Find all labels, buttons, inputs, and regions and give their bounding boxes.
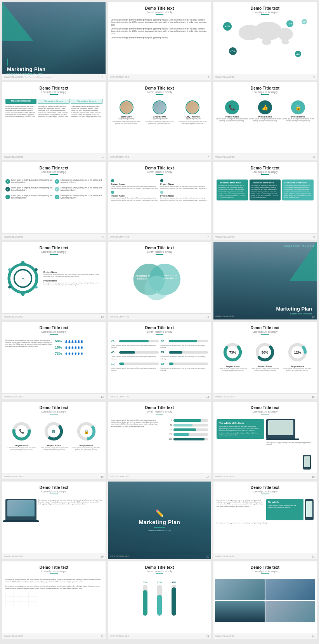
slide-8[interactable]: Demo Title text Lorem Ipsum is simply Pr… — [108, 162, 211, 240]
title-underline — [261, 494, 269, 494]
thermo-2: 67% — [157, 581, 162, 616]
team-icons-row: 📞 Project Name Lorem ipsum is simply dum… — [213, 98, 317, 123]
slide-2[interactable]: Demo Title text Lorem Ipsum is simply Lo… — [108, 2, 211, 80]
slide-num: 17 — [206, 475, 209, 478]
title-underline — [50, 174, 58, 175]
slide-23[interactable]: Demo Title text Lorem Ipsum is simply 83… — [108, 561, 211, 639]
slide-1[interactable]: Marketing Plan PowerPoint Template WWW.S… — [2, 2, 106, 80]
tab-3[interactable]: The subtitle of the block — [71, 99, 102, 104]
list-text-4: Lorem ipsum is simply dummy text of the … — [61, 187, 102, 192]
body-text: Lorem ipsum is simply dummy text of the … — [108, 18, 211, 27]
footer-text: WWW.SITEMAX.PRO — [215, 475, 234, 478]
slide-17[interactable]: Demo Title text Lorem Ipsum is simply Lo… — [108, 402, 211, 479]
list-icon-2: ✓ — [55, 179, 59, 184]
slide-23-title: Demo Title text Lorem Ipsum is simply — [108, 561, 211, 577]
teal-triangle — [2, 2, 33, 41]
team-icon-member-1: 📞 Project Name Lorem ipsum is simply dum… — [215, 100, 248, 122]
pb-row-2c: 12 — [161, 362, 208, 366]
slide-11[interactable]: Demo Title text Lorem Ipsum is simply Th… — [108, 242, 211, 319]
proj-role-1: Lorem ipsum is simply dummy text of the … — [215, 118, 248, 122]
hbar-row-5: 200 — [161, 438, 208, 440]
slide-15[interactable]: Demo Title text Lorem Ipsum is simply 73… — [213, 322, 317, 399]
slide-3[interactable]: Demo Title text Lorem Ipsum is simply +5… — [213, 2, 317, 80]
footer-text: WWW.SITEMAX.PRO — [110, 316, 129, 318]
col-1-text: Lorem ipsum is simply dummy text of the … — [5, 105, 37, 117]
footer-text: WWW.SITEMAX.PRO — [110, 475, 129, 478]
slide-title-text: Demo Title text — [2, 86, 106, 90]
avatar-img-1 — [120, 101, 133, 114]
slide-footer: WWW.SITEMAX.PRO 3 — [213, 74, 317, 80]
pb-val-1b: 40 — [111, 350, 118, 354]
slide-title-text: Demo Title text — [2, 166, 106, 170]
tab-1[interactable]: The subtitle of the block — [5, 99, 36, 104]
avatar-1 — [120, 100, 133, 114]
slide-12[interactable]: PowerPoint Template Marketing Plan Power… — [213, 242, 317, 319]
icon-circle-2: 👍 — [258, 100, 272, 114]
footer-text: WWW.SITEMAX.PRO — [215, 555, 234, 558]
pb-bg-1b — [119, 351, 159, 354]
footer-text: WWW.SITEMAX.PRO — [4, 395, 23, 398]
slide-24-title: Demo Title text Lorem Ipsum is simply — [213, 561, 317, 577]
svg-point-11 — [8, 286, 11, 288]
block-title-1: The subtitle of the block — [218, 181, 246, 184]
slide-18[interactable]: Demo Title text Lorem Ipsum is simply Th… — [213, 402, 317, 479]
proj-detail-1: Lorem ipsum is simply dummy text of the … — [43, 273, 102, 277]
slide-footer: WWW.SITEMAX.PRO 15 — [213, 393, 317, 399]
slide-subtitle-text: Lorem Ipsum is simply — [213, 11, 317, 14]
slide-5[interactable]: Demo Title text Lorem Ipsum is simply Ma… — [108, 82, 211, 160]
footer-text: WWW.SITEMAX.PRO — [4, 635, 23, 637]
slide-title-text: Demo Title text — [108, 246, 211, 250]
thermo-3: 91% — [172, 581, 176, 616]
slide-4[interactable]: Demo Title text Lorem Ipsum is simply Th… — [2, 82, 106, 160]
stat-pct-1: 50% — [55, 339, 64, 343]
pb-row-1c: 13 — [111, 362, 159, 366]
template-label: PowerPoint Template — [284, 245, 315, 247]
slide-num: 9 — [313, 236, 315, 238]
tab-2[interactable]: The subtitle of the block — [38, 99, 69, 104]
slide-22[interactable]: Demo Title text Lorem Ipsum is simply Lo… — [2, 561, 106, 639]
footer-text: WWW.SITEMAX.PRO — [4, 76, 23, 78]
pb-row-1b: 40 — [111, 350, 159, 354]
avatar-3 — [186, 100, 199, 114]
slide-14[interactable]: Demo Title text Lorem Ipsum is simply 75… — [108, 322, 211, 399]
pb-desc-2a: Lorem ipsum is simply dummy text of the … — [161, 344, 208, 348]
slide-footer: WWW.SITEMAX.PRO 24 — [213, 633, 317, 639]
progress-grid: 75 Lorem ipsum is simply dummy text of t… — [108, 338, 211, 373]
avatar-2 — [153, 100, 166, 114]
teal-corner — [290, 242, 317, 281]
slide-19[interactable]: Demo Title text Lorem Ipsum is simply Lo… — [2, 482, 106, 559]
pb-desc-2c: Lorem ipsum is simply dummy text of the … — [161, 367, 208, 371]
footer-text: WWW.SITEMAX.PRO — [215, 156, 234, 158]
slide-num: 21 — [312, 555, 315, 558]
slide-20[interactable]: ✏️ Marketing Plan Lorem ipsum is simply … — [108, 482, 211, 559]
list-item-3: ✓ Lorem ipsum is simply dummy text of th… — [5, 187, 53, 192]
slide-6[interactable]: Demo Title text Lorem Ipsum is simply 📞 … — [213, 82, 317, 160]
title-underline — [261, 573, 269, 574]
slide-21[interactable]: Demo Title text Lorem Ipsum is simply Lo… — [213, 482, 317, 559]
slide-title-text: Demo Title text — [108, 86, 211, 90]
slide-16[interactable]: Demo Title text Lorem Ipsum is simply 📞 … — [2, 402, 106, 479]
slide-24[interactable]: Demo Title text Lorem Ipsum is simply WW… — [213, 561, 317, 639]
title-underline — [156, 573, 163, 574]
slide-10[interactable]: Demo Title text Lorem Ipsum is simply ✦ — [2, 242, 106, 319]
team-member-3: Lory Freeman Engineering industry Lorem … — [176, 100, 209, 124]
slide-9[interactable]: Demo Title text Lorem Ipsum is simply Th… — [213, 162, 317, 240]
member-desc-2: Lorem ipsum is simply dummy text of the … — [143, 121, 176, 124]
slide-footer: WWW.SITEMAX.PRO 7 — [2, 233, 106, 240]
title-underline — [50, 94, 58, 95]
thermo-val-2: 67% — [157, 581, 162, 584]
slide-7[interactable]: Demo Title text Lorem Ipsum is simply ✓ … — [2, 162, 106, 240]
ptb-text: Lorem ipsum is simply dummy text of the … — [268, 504, 302, 508]
pb-row-2a: 72 — [161, 339, 208, 343]
list-icon-3: ✓ — [5, 187, 10, 192]
footer-sub: Free PowerPoint & Keynote Templates — [25, 76, 52, 78]
pb-desc-2b: Lorem ipsum is simply dummy text of the … — [161, 356, 208, 359]
venn-area: The subtitle of the block Lorem ipsum is… — [108, 258, 211, 304]
svg-text:73%: 73% — [229, 350, 236, 354]
svg-point-16 — [144, 276, 169, 300]
team-member-1: Mary Stark Engineering industry Lorem ip… — [110, 100, 143, 124]
slide-13[interactable]: Demo Title text Lorem Ipsum is simply Lo… — [2, 322, 106, 399]
pb-val-1a: 75 — [111, 339, 118, 343]
slide-num: 12 — [312, 316, 315, 318]
hbar-chart-area: 0 50 100 15 — [161, 419, 208, 440]
